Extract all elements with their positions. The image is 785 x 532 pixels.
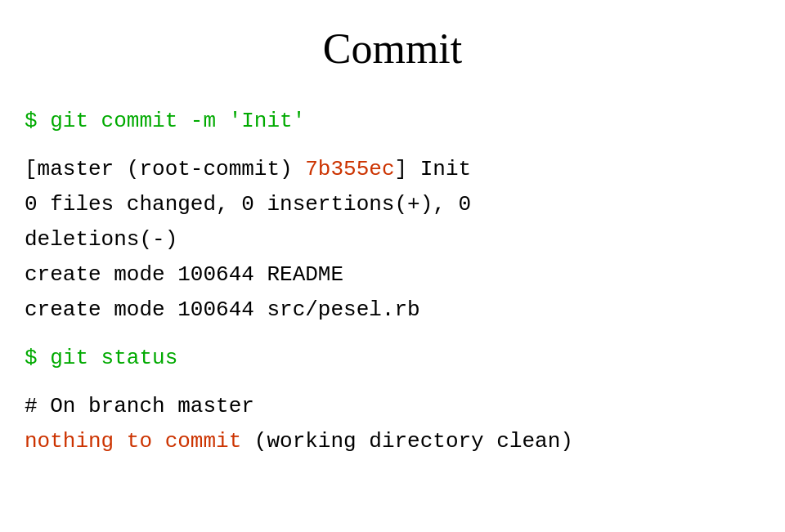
page-title: Commit [25,25,760,73]
commit-output-line3: deletions(-) [25,224,760,256]
on-branch-comment: # On branch master [25,391,760,422]
terminal-output: $ git commit -m 'Init' [master (root-com… [25,105,760,458]
nothing-to-commit-text: nothing to commit [25,429,241,454]
commit-output-line1: [master (root-commit) 7b355ec] Init [25,154,760,186]
output-suffix: ] Init [394,157,471,181]
output-prefix: [master (root-commit) [25,157,305,181]
commit-command: $ git commit -m 'Init' [25,105,760,137]
commit-hash: 7b355ec [305,157,394,181]
status-command: $ git status [25,342,760,374]
nothing-to-commit-line: nothing to commit (working directory cle… [25,426,760,458]
commit-output-line4: create mode 100644 README [25,259,760,291]
working-directory-clean-text: (working directory clean) [241,429,573,454]
commit-output-line2: 0 files changed, 0 insertions(+), 0 [25,189,760,221]
commit-output-line5: create mode 100644 src/pesel.rb [25,294,760,326]
